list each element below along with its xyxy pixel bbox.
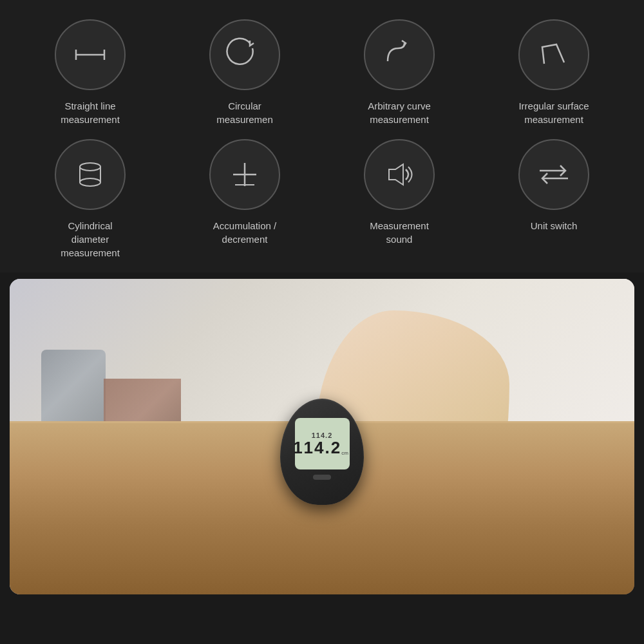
svg-point-6 xyxy=(80,178,100,186)
feature-irregular-surface: Irregular surface measurement xyxy=(483,19,625,126)
circle-irregular-surface xyxy=(518,19,589,90)
svg-point-3 xyxy=(80,163,100,171)
feature-accumulation: Accumulation / decrement xyxy=(174,139,316,246)
photo-background: 114.2 114.2 cm xyxy=(10,279,634,594)
features-section: Straight line measurement Circular measu… xyxy=(0,0,644,272)
irregular-surface-label: Irregular surface measurement xyxy=(518,99,589,126)
feature-cylindrical: Cylindrical diameter measurement xyxy=(19,139,161,260)
circular-icon xyxy=(225,35,264,74)
accumulation-label: Accumulation / decrement xyxy=(213,219,276,246)
feature-sound: Measurement sound xyxy=(328,139,470,246)
irregular-surface-icon xyxy=(535,35,573,74)
circle-arbitrary-curve xyxy=(364,19,435,90)
photo-section: 114.2 114.2 cm xyxy=(10,279,634,594)
circle-accumulation xyxy=(209,139,280,210)
cylindrical-icon xyxy=(71,155,109,194)
arbitrary-curve-label: Arbitrary curve measurement xyxy=(368,99,431,126)
unit-switch-label: Unit switch xyxy=(531,219,578,232)
screen-large-number: 114.2 xyxy=(293,439,341,456)
feature-arbitrary-curve: Arbitrary curve measurement xyxy=(328,19,470,126)
device-button xyxy=(313,475,331,480)
circle-straight-line xyxy=(55,19,126,90)
circle-unit-switch xyxy=(518,139,589,210)
arbitrary-curve-icon xyxy=(380,35,419,74)
device-screen: 114.2 114.2 cm xyxy=(295,418,350,469)
circle-circular xyxy=(209,19,280,90)
feature-straight-line: Straight line measurement xyxy=(19,19,161,126)
unit-switch-icon xyxy=(535,155,573,194)
sound-icon xyxy=(380,155,419,194)
cylindrical-label: Cylindrical diameter measurement xyxy=(61,219,120,260)
sound-label: Measurement sound xyxy=(370,219,429,246)
features-row-2: Cylindrical diameter measurement Accumul… xyxy=(13,139,631,260)
accumulation-icon xyxy=(225,155,264,194)
straight-line-icon xyxy=(71,35,109,74)
features-row-1: Straight line measurement Circular measu… xyxy=(13,19,631,126)
circle-sound xyxy=(364,139,435,210)
app-container: Straight line measurement Circular measu… xyxy=(0,0,644,594)
feature-unit-switch: Unit switch xyxy=(483,139,625,232)
straight-line-label: Straight line measurement xyxy=(61,99,120,126)
screen-unit: cm xyxy=(341,450,348,456)
feature-circular: Circular measuremen xyxy=(174,19,316,126)
circular-label: Circular measuremen xyxy=(216,99,273,126)
circle-cylindrical xyxy=(55,139,126,210)
svg-marker-10 xyxy=(389,164,403,185)
